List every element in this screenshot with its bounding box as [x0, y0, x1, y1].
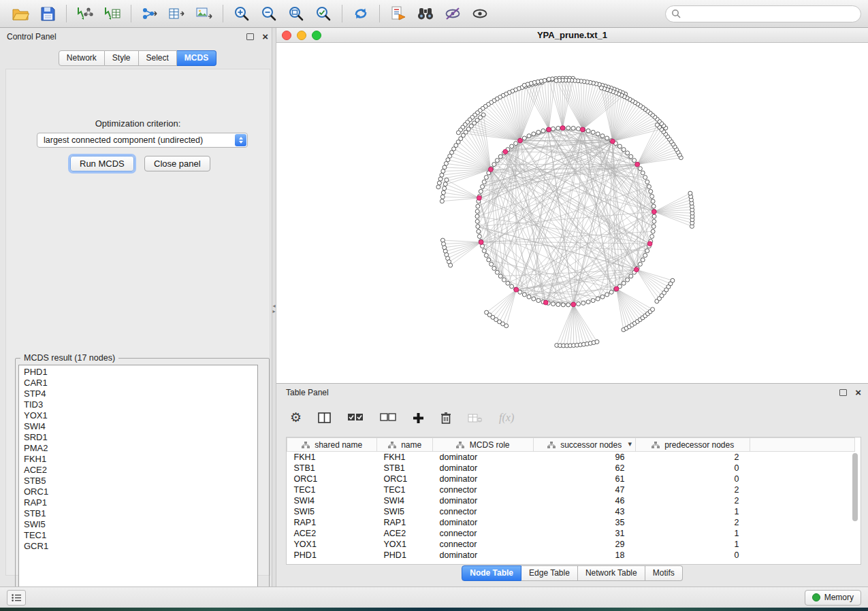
sort-dropdown-icon[interactable]: ▾ — [628, 440, 632, 448]
column-header-mcds-role[interactable]: MCDS role — [433, 438, 534, 452]
close-panel-button[interactable]: Close panel — [144, 156, 210, 171]
refresh-view-button[interactable] — [347, 2, 374, 25]
table-cell[interactable]: connector — [433, 539, 534, 550]
table-cell[interactable]: 1 — [636, 528, 750, 539]
table-cell[interactable]: SWI4 — [377, 495, 433, 506]
mcds-result-item[interactable]: ACE2 — [19, 465, 257, 476]
search-binoculars-button[interactable] — [412, 2, 439, 25]
table-cell[interactable]: 0 — [636, 550, 750, 561]
mcds-result-item[interactable]: SWI4 — [19, 421, 257, 432]
save-session-button[interactable] — [34, 2, 61, 25]
table-scrollbar[interactable] — [851, 452, 859, 562]
close-panel-icon[interactable]: × — [855, 389, 861, 397]
tab-node-table[interactable]: Node Table — [462, 565, 521, 581]
table-cell[interactable]: 1 — [636, 506, 750, 517]
column-header-name[interactable]: name — [377, 438, 433, 452]
mcds-result-item[interactable]: STB5 — [19, 476, 257, 486]
table-cell[interactable]: 61 — [534, 474, 636, 484]
mcds-result-item[interactable]: TID3 — [19, 399, 257, 410]
table-settings-gear-icon[interactable]: ⚙ — [290, 411, 302, 425]
close-panel-icon[interactable]: × — [262, 33, 268, 41]
table-cell[interactable]: 2 — [636, 484, 750, 495]
export-table-button[interactable] — [163, 2, 191, 25]
tab-network-table[interactable]: Network Table — [578, 565, 645, 581]
table-cell[interactable]: 2 — [636, 452, 750, 463]
table-cell[interactable]: 31 — [534, 528, 636, 539]
mcds-result-item[interactable]: SRD1 — [19, 432, 257, 443]
import-network-button[interactable] — [71, 2, 99, 25]
table-cell[interactable]: RAP1 — [377, 517, 433, 528]
float-panel-icon[interactable] — [839, 389, 847, 396]
select-all-icon[interactable] — [347, 413, 364, 423]
global-search-field[interactable] — [665, 5, 861, 22]
mcds-result-item[interactable]: STB1 — [19, 508, 257, 519]
table-row[interactable]: RAP1RAP1dominator352 — [287, 517, 855, 528]
table-cell[interactable]: 43 — [534, 506, 636, 517]
table-cell[interactable]: dominator — [433, 474, 534, 484]
table-cell[interactable]: connector — [433, 506, 534, 517]
run-mcds-button[interactable]: Run MCDS — [70, 156, 134, 171]
splitter-handle-icon[interactable]: ◂▸ — [272, 303, 276, 314]
zoom-fit-button[interactable] — [283, 2, 310, 25]
zoom-selected-button[interactable] — [310, 2, 337, 25]
mcds-result-item[interactable]: RAP1 — [19, 497, 257, 508]
table-cell[interactable]: FKH1 — [377, 452, 433, 463]
mcds-result-item[interactable]: ORC1 — [19, 486, 257, 497]
tab-motifs[interactable]: Motifs — [645, 565, 683, 581]
table-cell[interactable]: 0 — [636, 463, 750, 474]
open-file-button[interactable] — [7, 2, 34, 25]
table-cell[interactable]: 96 — [534, 452, 636, 463]
mcds-result-item[interactable]: FKH1 — [19, 454, 257, 465]
table-cell[interactable]: SWI5 — [287, 506, 377, 517]
float-panel-icon[interactable] — [246, 33, 254, 40]
optimization-select[interactable]: largest connected component (undirected) — [37, 133, 248, 148]
network-canvas[interactable] — [276, 43, 868, 383]
hide-graphics-details-button[interactable] — [439, 2, 466, 25]
mcds-result-item[interactable]: PHD1 — [19, 367, 257, 378]
table-cell[interactable]: SWI5 — [377, 506, 433, 517]
table-row[interactable]: STB1STB1dominator620 — [287, 463, 855, 474]
table-cell[interactable]: ORC1 — [287, 474, 377, 484]
table-cell[interactable]: 62 — [534, 463, 636, 474]
vertical-splitter[interactable]: ◂▸ — [272, 28, 276, 587]
table-cell[interactable]: 2 — [636, 495, 750, 506]
zoom-out-button[interactable] — [255, 2, 283, 25]
table-row[interactable]: ACE2ACE2connector311 — [287, 528, 855, 539]
table-cell[interactable]: YOX1 — [287, 539, 377, 550]
tab-mcds[interactable]: MCDS — [177, 50, 216, 66]
tab-network[interactable]: Network — [59, 50, 105, 66]
search-input[interactable] — [685, 8, 855, 19]
table-cell[interactable]: dominator — [433, 463, 534, 474]
table-cell[interactable]: RAP1 — [287, 517, 377, 528]
table-row[interactable]: ORC1ORC1dominator610 — [287, 474, 855, 484]
table-cell[interactable]: connector — [433, 528, 534, 539]
memory-button[interactable]: Memory — [805, 590, 861, 606]
column-header-successor-nodes[interactable]: successor nodes ▾ — [534, 438, 636, 452]
table-cell[interactable]: 18 — [534, 550, 636, 561]
table-cell[interactable]: ORC1 — [377, 474, 433, 484]
table-row[interactable]: YOX1YOX1connector291 — [287, 539, 855, 550]
scrollbar-thumb[interactable] — [852, 453, 858, 521]
mcds-result-item[interactable]: SWI5 — [19, 519, 257, 530]
table-cell[interactable]: YOX1 — [377, 539, 433, 550]
table-row[interactable]: PHD1PHD1dominator180 — [287, 550, 855, 561]
share-document-button[interactable] — [385, 2, 412, 25]
table-cell[interactable]: connector — [433, 484, 534, 495]
table-cell[interactable]: ACE2 — [287, 528, 377, 539]
mcds-result-item[interactable]: STP4 — [19, 389, 257, 399]
table-cell[interactable]: 1 — [636, 539, 750, 550]
tab-style[interactable]: Style — [105, 50, 139, 66]
table-cell[interactable]: dominator — [433, 495, 534, 506]
status-menu-button[interactable] — [7, 590, 26, 606]
deselect-all-icon[interactable] — [380, 413, 396, 423]
table-cell[interactable]: 46 — [534, 495, 636, 506]
import-table-button[interactable] — [99, 2, 126, 25]
table-row[interactable]: SWI5SWI5connector431 — [287, 506, 855, 517]
table-cell[interactable]: STB1 — [377, 463, 433, 474]
table-cell[interactable]: FKH1 — [287, 452, 377, 463]
table-cell[interactable]: TEC1 — [287, 484, 377, 495]
mcds-result-list[interactable]: PHD1CAR1STP4TID3YOX1SWI4SRD1PMA2FKH1ACE2… — [18, 365, 258, 611]
table-cell[interactable]: PHD1 — [377, 550, 433, 561]
export-image-button[interactable] — [191, 2, 218, 25]
delete-row-icon[interactable] — [440, 412, 451, 424]
